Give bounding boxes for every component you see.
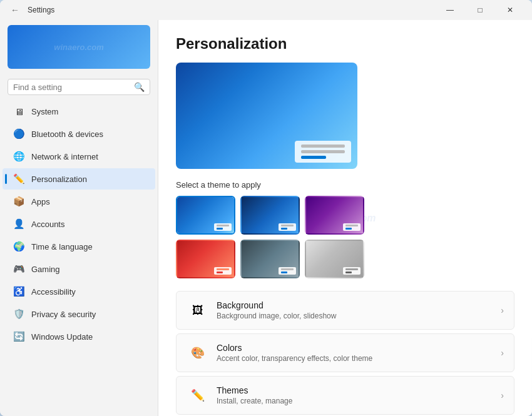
tmb-blue-4 [217,271,223,273]
colors-title: Colors [217,343,501,353]
sidebar-item-system[interactable]: 🖥 System [3,101,155,122]
theme-2[interactable] [240,196,300,235]
theme-6[interactable] [305,240,364,278]
sidebar-item-bluetooth[interactable]: 🔵 Bluetooth & devices [3,123,155,145]
personalization-icon: ✏️ [13,173,25,185]
theme-4-minibar [214,267,232,275]
theme-6-inner [306,241,363,277]
close-button[interactable]: ✕ [496,0,524,20]
sidebar-item-label: Apps [31,197,50,206]
sidebar-item-network[interactable]: 🌐 Network & internet [3,146,155,167]
sidebar-watermark: winaero.com [54,43,103,52]
theme-5-inner [242,241,299,277]
theme-4[interactable] [176,240,235,278]
accounts-icon: 👤 [13,218,25,230]
sidebar-item-label: Bluetooth & devices [31,129,103,139]
tmb-blue-5 [281,271,287,273]
tmb-2 [281,225,294,226]
sidebar-item-time[interactable]: 🌍 Time & language [3,236,155,257]
theme-3-minibar [343,223,361,231]
tmb-blue-1 [217,228,223,230]
sidebar-item-personalization[interactable]: ✏️ Personalization [3,168,155,190]
colors-icon: 🎨 [187,342,209,364]
sidebar-item-label: Accessibility [31,287,76,297]
sidebar-item-label: Personalization [31,175,87,184]
window-controls: — □ ✕ [436,0,524,20]
sidebar-item-label: Time & language [31,242,93,251]
settings-item-colors[interactable]: 🎨 Colors Accent color, transparency effe… [176,333,514,372]
windows-update-icon: 🔄 [13,330,25,343]
tmb-6 [345,268,358,270]
window-title: Settings [28,6,54,14]
background-title: Background [217,300,501,310]
mini-bar-2 [301,150,345,153]
search-input[interactable] [13,83,130,92]
mini-bar-short [301,156,326,159]
main-layout: winaero.com 🔍 🖥 System 🔵 Bluetooth & dev… [0,20,532,416]
preview-taskbar [295,141,351,163]
system-icon: 🖥 [13,105,25,118]
sidebar-item-label: Privacy & security [31,310,96,319]
content-area: winaero.com Personalization Select a the… [158,20,532,416]
mini-bar-1 [301,145,345,148]
tmb-blue-6 [345,271,352,273]
theme-5[interactable] [240,240,300,278]
themes-grid [176,196,514,278]
colors-text: Colors Accent color, transparency effect… [217,343,501,363]
theme-1-minibar [214,223,232,231]
theme-1-inner [177,197,234,233]
tmb-5 [281,268,294,270]
settings-item-themes[interactable]: ✏️ Themes Install, create, manage › [176,376,514,415]
themes-text: Themes Install, create, manage [217,385,501,405]
sidebar-item-gaming[interactable]: 🎮 Gaming [3,258,155,280]
accessibility-icon: ♿ [13,285,25,298]
theme-3-inner [306,197,363,233]
sidebar-item-privacy[interactable]: 🛡️ Privacy & security [3,303,155,325]
bluetooth-icon: 🔵 [13,128,25,140]
theme-1[interactable] [176,196,235,235]
sidebar-item-windows-update[interactable]: 🔄 Windows Update [3,326,155,347]
preview-wallpaper [176,63,357,169]
back-button[interactable]: ← [8,3,23,18]
search-icon: 🔍 [134,82,145,92]
time-icon: 🌍 [13,240,25,253]
theme-2-inner [242,197,299,233]
tmb-3 [345,225,358,226]
themes-title: Themes [217,385,501,395]
privacy-icon: 🛡️ [13,308,25,320]
sidebar-item-label: Windows Update [31,332,93,342]
tmb-blue-3 [345,228,352,230]
page-title: Personalization [176,35,514,53]
search-box[interactable]: 🔍 [8,79,150,95]
tmb-1 [217,225,229,226]
theme-2-minibar [279,223,296,231]
themes-subtitle: Install, create, manage [217,397,501,405]
titlebar: ← Settings — □ ✕ [0,0,532,20]
network-icon: 🌐 [13,150,25,163]
maximize-button[interactable]: □ [466,0,494,20]
sidebar-item-accessibility[interactable]: ♿ Accessibility [3,281,155,302]
settings-item-background[interactable]: ➜ 🖼 Background Background image, color, … [176,291,514,330]
background-subtitle: Background image, color, slideshow [217,312,501,320]
theme-5-minibar [279,267,296,275]
sidebar: winaero.com 🔍 🖥 System 🔵 Bluetooth & dev… [0,20,158,416]
theme-6-minibar [343,267,361,275]
sidebar-item-label: Gaming [31,265,60,274]
theme-4-inner [177,241,234,277]
sidebar-item-label: System [31,107,58,116]
sidebar-item-apps[interactable]: 📦 Apps [3,191,155,212]
theme-preview [176,63,357,169]
colors-subtitle: Accent color, transparency effects, colo… [217,354,501,363]
sidebar-item-label: Network & internet [31,152,98,161]
tmb-blue-2 [281,228,287,230]
colors-chevron: › [501,348,504,358]
minimize-button[interactable]: — [436,0,464,20]
background-icon: 🖼 [187,299,209,322]
sidebar-item-accounts[interactable]: 👤 Accounts [3,213,155,235]
settings-window: ← Settings — □ ✕ winaero.com 🔍 🖥 System [0,0,532,416]
themes-chevron: › [501,390,504,400]
gaming-icon: 🎮 [13,263,25,275]
theme-3[interactable] [305,196,364,235]
titlebar-left: ← Settings [8,3,54,18]
background-text: Background Background image, color, slid… [217,300,501,320]
